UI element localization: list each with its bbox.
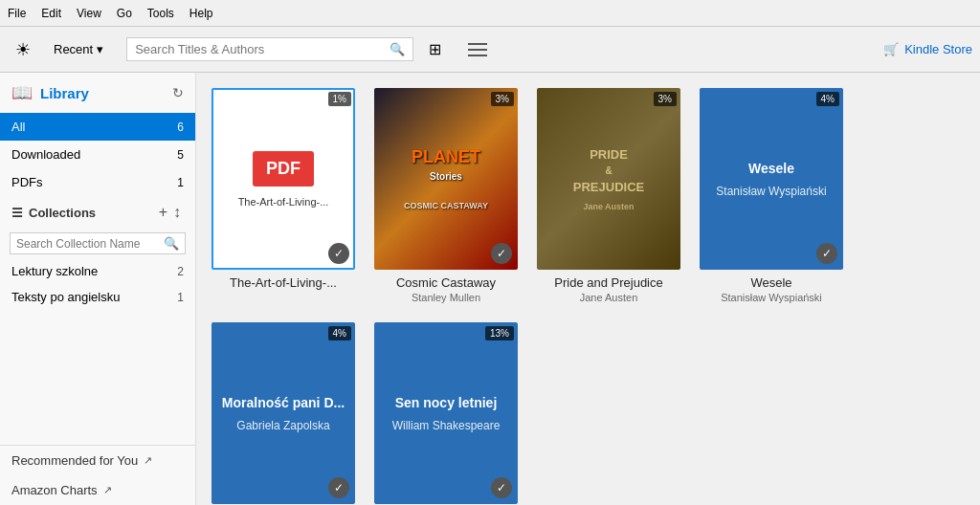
cart-icon: 🛒 (883, 42, 899, 56)
recommended-link[interactable]: Recommended for You ↗ (0, 446, 195, 475)
books-content: PDF The-Art-of-Living-... 1% ✓ The-Art-o… (196, 73, 980, 505)
collection-search-input[interactable] (16, 237, 164, 251)
nav-downloaded-label: Downloaded (11, 147, 80, 162)
book-cover-wrapper-moralnosc: Moralność pani D... Gabriela Zapolska 4%… (212, 322, 355, 504)
book-card-cosmic[interactable]: PLANET Stories COSMIC CASTAWAY 3% ✓ Cosm… (374, 88, 518, 303)
grid-view-button[interactable]: ⊞ (421, 36, 449, 62)
check-badge-3: ✓ (816, 243, 837, 264)
book-cover-title-wesele: Wesele (748, 160, 794, 177)
menu-edit[interactable]: Edit (41, 7, 61, 20)
menu-view[interactable]: View (77, 7, 101, 20)
sidebar-bottom: Recommended for You ↗ Amazon Charts ↗ (0, 445, 195, 505)
percent-badge-3: 4% (816, 92, 839, 106)
nav-pdfs-label: PDFs (11, 175, 43, 189)
theme-button[interactable]: ☀ (8, 35, 38, 64)
percent-badge-0: 1% (328, 92, 351, 106)
menu-toggle-button[interactable] (457, 35, 499, 64)
book-author-cosmic: Stanley Mullen (374, 292, 518, 303)
book-cover-moralnosc: Moralność pani D... Gabriela Zapolska (212, 322, 355, 504)
check-badge-4: ✓ (328, 477, 349, 498)
book-cover-author-sen: William Shakespeare (392, 419, 501, 432)
menu-file[interactable]: File (8, 7, 26, 20)
nav-pdfs-count: 1 (177, 176, 184, 189)
kindle-store-label: Kindle Store (904, 42, 972, 56)
amazon-charts-label: Amazon Charts (11, 483, 98, 497)
collection-lektury[interactable]: Lektury szkolne 2 (0, 258, 195, 284)
book-cover-wrapper-wesele: Wesele Stanisław Wyspiański 4% ✓ (700, 88, 843, 270)
book-card-pdf[interactable]: PDF The-Art-of-Living-... 1% ✓ The-Art-o… (212, 88, 355, 303)
main-layout: 📖 Library ↻ All 6 Downloaded 5 PDFs 1 ☰ … (0, 73, 980, 505)
library-header: 📖 Library ↻ (0, 73, 195, 113)
book-author-wesele: Stanisław Wyspiański (700, 292, 843, 303)
nav-all-count: 6 (177, 121, 184, 134)
book-title-pride: Pride and Prejudice (537, 275, 680, 290)
nav-downloaded[interactable]: Downloaded 5 (0, 141, 195, 168)
book-cover-wrapper-pride: PRIDE & PREJUDICE Jane Austen 3% (537, 88, 680, 270)
book-cover-pdf: PDF The-Art-of-Living-... (212, 88, 355, 270)
refresh-icon[interactable]: ↻ (172, 85, 184, 100)
collection-search-box[interactable]: 🔍 (10, 232, 186, 254)
collection-teksty[interactable]: Teksty po angielsku 1 (0, 284, 195, 310)
search-box[interactable]: 🔍 (126, 37, 413, 61)
percent-badge-4: 4% (328, 326, 351, 340)
search-input[interactable] (135, 42, 390, 56)
check-badge-5: ✓ (491, 477, 512, 498)
book-card-pride[interactable]: PRIDE & PREJUDICE Jane Austen 3% Pride a… (537, 88, 680, 303)
check-badge-0: ✓ (328, 243, 349, 264)
book-card-wesele[interactable]: Wesele Stanisław Wyspiański 4% ✓ Wesele … (700, 88, 843, 303)
nav-all[interactable]: All 6 (0, 113, 195, 141)
external-link-icon-2: ↗ (103, 484, 112, 496)
book-info-cosmic: Cosmic Castaway Stanley Mullen (374, 275, 518, 303)
collections-header: ☰ Collections + ↕ (0, 196, 195, 229)
book-title-pdf: The-Art-of-Living-... (212, 275, 355, 290)
book-card-moralnosc[interactable]: Moralność pani D... Gabriela Zapolska 4%… (212, 322, 355, 505)
sort-collections-button[interactable]: ↕ (170, 204, 184, 221)
library-title: Library (40, 85, 165, 101)
book-card-sen[interactable]: Sen nocy letniej William Shakespeare 13%… (374, 322, 518, 505)
book-cover-wrapper-sen: Sen nocy letniej William Shakespeare 13%… (374, 322, 518, 504)
collection-lektury-count: 2 (177, 265, 184, 278)
external-link-icon: ↗ (144, 454, 152, 467)
percent-badge-2: 3% (654, 92, 677, 106)
grid-icon: ⊞ (429, 40, 441, 58)
book-title-wesele: Wesele (700, 275, 843, 290)
collection-teksty-count: 1 (177, 291, 184, 304)
recent-button[interactable]: Recent ▾ (46, 38, 111, 60)
hamburger-icon (464, 39, 491, 60)
percent-badge-5: 13% (485, 326, 514, 340)
book-cover-author-wesele: Stanisław Wyspiański (716, 185, 826, 198)
book-cover-title-moralnosc: Moralność pani D... (222, 394, 345, 411)
book-cover-wrapper-cosmic: PLANET Stories COSMIC CASTAWAY 3% ✓ (374, 88, 518, 270)
collection-lektury-label: Lektury szkolne (11, 264, 98, 278)
chevron-down-icon: ▾ (97, 42, 103, 56)
pdf-filename: The-Art-of-Living-... (231, 196, 337, 208)
book-info-pdf: The-Art-of-Living-... (212, 275, 355, 290)
menu-go[interactable]: Go (117, 7, 132, 20)
search-icon: 🔍 (390, 42, 405, 56)
collection-teksty-label: Teksty po angielsku (11, 290, 120, 304)
toolbar: ☀ Recent ▾ 🔍 ⊞ 🛒 Kindle Store (0, 27, 980, 73)
percent-badge-1: 3% (491, 92, 514, 106)
sun-icon: ☀ (15, 39, 31, 60)
book-cover-wrapper-pdf: PDF The-Art-of-Living-... 1% ✓ (212, 88, 355, 270)
book-cover-title-sen: Sen nocy letniej (395, 394, 498, 411)
recent-label: Recent (54, 42, 93, 56)
book-icon: 📖 (11, 82, 33, 103)
menu-bar: File Edit View Go Tools Help (0, 0, 980, 27)
recommended-label: Recommended for You (11, 453, 138, 468)
books-grid: PDF The-Art-of-Living-... 1% ✓ The-Art-o… (212, 88, 965, 505)
book-title-cosmic: Cosmic Castaway (374, 275, 518, 290)
collections-label: Collections (29, 206, 156, 220)
book-info-pride: Pride and Prejudice Jane Austen (537, 275, 680, 303)
nav-all-label: All (11, 120, 25, 134)
kindle-store-link[interactable]: 🛒 Kindle Store (883, 42, 972, 56)
check-badge-1: ✓ (491, 243, 512, 264)
menu-tools[interactable]: Tools (147, 7, 174, 20)
menu-help[interactable]: Help (189, 7, 213, 20)
sidebar: 📖 Library ↻ All 6 Downloaded 5 PDFs 1 ☰ … (0, 73, 196, 505)
amazon-charts-link[interactable]: Amazon Charts ↗ (0, 475, 195, 505)
book-info-wesele: Wesele Stanisław Wyspiański (700, 275, 843, 303)
add-collection-button[interactable]: + (156, 204, 170, 221)
book-cover-sen: Sen nocy letniej William Shakespeare (374, 322, 518, 504)
nav-pdfs[interactable]: PDFs 1 (0, 168, 195, 196)
